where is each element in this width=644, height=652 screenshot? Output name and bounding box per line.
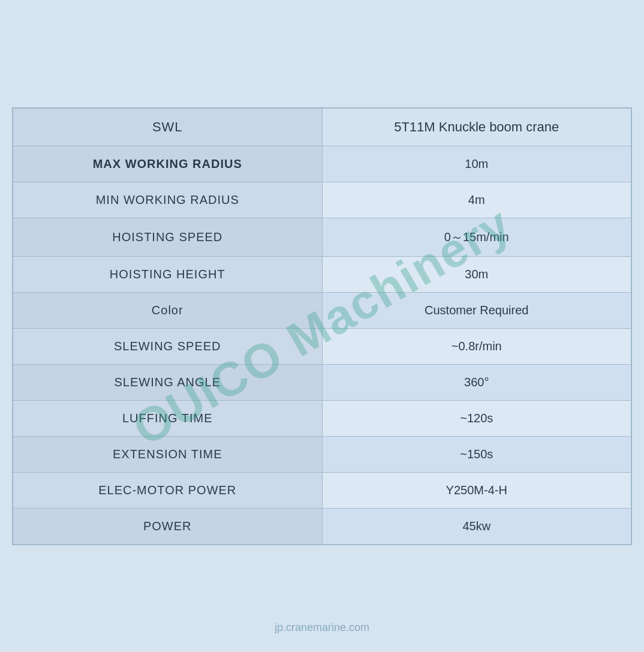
row-value-9: ~150s	[322, 436, 631, 472]
row-label-0: SWL	[13, 108, 322, 146]
row-value-10: Y250M-4-H	[322, 472, 631, 508]
page-wrapper: OUICO Machinery jp.cranemarine.com SWL5T…	[0, 0, 644, 652]
row-value-6: ~0.8r/min	[322, 328, 631, 364]
row-value-0: 5T11M Knuckle boom crane	[322, 108, 631, 146]
row-label-3: HOISTING SPEED	[13, 218, 322, 256]
row-label-7: SLEWING ANGLE	[13, 364, 322, 400]
row-label-6: SLEWING SPEED	[13, 328, 322, 364]
row-value-3: 0～15m/min	[322, 218, 631, 256]
row-label-1: MAX WORKING RADIUS	[13, 146, 322, 182]
row-label-9: EXTENSION TIME	[13, 436, 322, 472]
row-value-11: 45kw	[322, 508, 631, 545]
row-value-5: Customer Required	[322, 292, 631, 328]
watermark-subtext: jp.cranemarine.com	[275, 621, 369, 634]
row-value-2: 4m	[322, 182, 631, 218]
row-label-2: MIN WORKING RADIUS	[13, 182, 322, 218]
row-value-1: 10m	[322, 146, 631, 182]
row-label-4: HOISTING HEIGHT	[13, 256, 322, 292]
row-value-7: 360°	[322, 364, 631, 400]
row-label-11: POWER	[13, 508, 322, 545]
row-label-10: ELEC-MOTOR POWER	[13, 472, 322, 508]
row-value-8: ~120s	[322, 400, 631, 436]
row-value-4: 30m	[322, 256, 631, 292]
row-label-8: LUFFING TIME	[13, 400, 322, 436]
spec-table: SWL5T11M Knuckle boom craneMAX WORKING R…	[12, 107, 632, 545]
row-label-5: Color	[13, 292, 322, 328]
